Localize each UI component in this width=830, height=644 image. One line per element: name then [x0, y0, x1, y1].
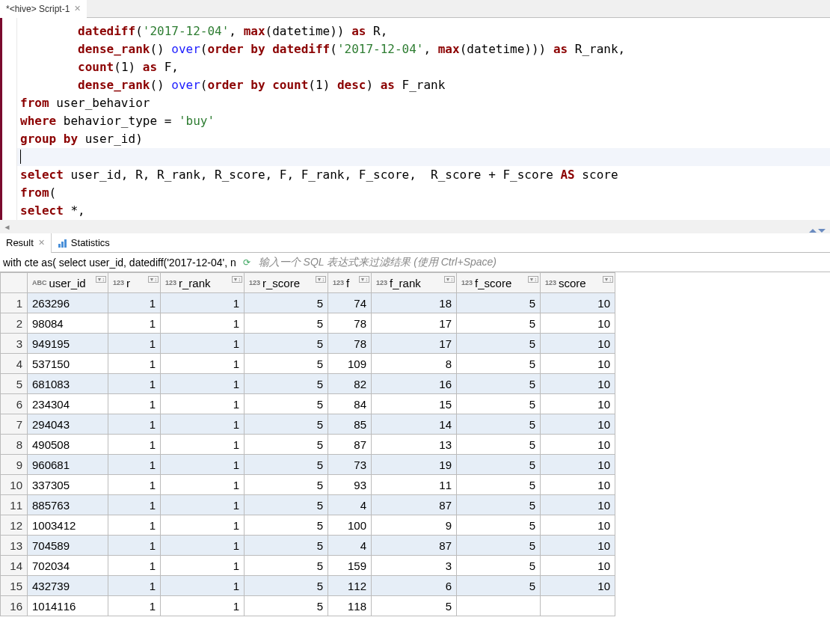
- editor-line[interactable]: select *,: [17, 202, 830, 220]
- table-row[interactable]: 2980841157817510: [1, 313, 615, 334]
- close-icon[interactable]: ✕: [38, 238, 45, 248]
- table-row[interactable]: 11885763115487510: [1, 495, 615, 515]
- column-header-user_id[interactable]: ABCuser_id▼↕: [28, 273, 108, 293]
- cell[interactable]: 159: [328, 556, 372, 576]
- column-header-f_score[interactable]: 123f_score▼↕: [457, 273, 541, 293]
- column-header-r_score[interactable]: 123r_score▼↕: [245, 273, 328, 293]
- cell[interactable]: 5: [245, 354, 328, 374]
- table-row[interactable]: 147020341151593510: [1, 556, 615, 576]
- editor-tab[interactable]: *<hive> Script-1 ✕: [0, 0, 87, 18]
- column-header-r[interactable]: 123r▼↕: [108, 273, 161, 293]
- cell[interactable]: 10: [541, 374, 615, 394]
- cell[interactable]: 10: [541, 354, 615, 374]
- cell[interactable]: 1: [161, 596, 245, 616]
- cell[interactable]: 5: [457, 394, 541, 414]
- column-header-score[interactable]: 123score▼↕: [541, 273, 615, 293]
- cell[interactable]: 11: [372, 475, 457, 495]
- cell[interactable]: [457, 596, 541, 616]
- cell[interactable]: 1: [161, 374, 245, 394]
- cell[interactable]: 87: [372, 536, 457, 556]
- cell[interactable]: 234304: [28, 394, 108, 414]
- cell[interactable]: 5: [457, 576, 541, 596]
- cell[interactable]: 85: [328, 414, 372, 435]
- cell[interactable]: 73: [328, 455, 372, 475]
- cell[interactable]: 490508: [28, 435, 108, 455]
- cell[interactable]: 1: [161, 293, 245, 313]
- cell[interactable]: 1: [161, 435, 245, 455]
- cell[interactable]: 1: [108, 374, 161, 394]
- cell[interactable]: 1: [108, 313, 161, 334]
- cell[interactable]: 1: [108, 455, 161, 475]
- cell[interactable]: 5: [457, 515, 541, 536]
- chevron-down-icon[interactable]: [818, 229, 826, 233]
- cell[interactable]: 5: [457, 293, 541, 313]
- cell[interactable]: 1: [108, 556, 161, 576]
- cell[interactable]: 1: [161, 354, 245, 374]
- cell[interactable]: 5: [457, 334, 541, 354]
- cell[interactable]: 681083: [28, 374, 108, 394]
- cell[interactable]: 1: [161, 495, 245, 515]
- cell[interactable]: 1: [161, 576, 245, 596]
- cell[interactable]: 74: [328, 293, 372, 313]
- cell[interactable]: 10: [541, 455, 615, 475]
- cell[interactable]: 17: [372, 313, 457, 334]
- cell[interactable]: 3: [372, 556, 457, 576]
- cell[interactable]: 5: [245, 334, 328, 354]
- close-icon[interactable]: ✕: [74, 4, 81, 13]
- cell[interactable]: 5: [457, 354, 541, 374]
- filter-input[interactable]: 输入一个 SQL 表达式来过滤结果 (使用 Ctrl+Space): [254, 256, 830, 269]
- editor-line[interactable]: dense_rank() over(order by count(1) desc…: [17, 76, 830, 94]
- cell[interactable]: 13: [372, 435, 457, 455]
- cell[interactable]: 10: [541, 435, 615, 455]
- cell[interactable]: 5: [245, 455, 328, 475]
- cell[interactable]: 93: [328, 475, 372, 495]
- cell[interactable]: 960681: [28, 455, 108, 475]
- cell[interactable]: 5: [245, 374, 328, 394]
- results-grid[interactable]: ABCuser_id▼↕123r▼↕123r_rank▼↕123r_score▼…: [0, 272, 830, 616]
- cell[interactable]: 5: [457, 435, 541, 455]
- cell[interactable]: 537150: [28, 354, 108, 374]
- editor-line[interactable]: datediff('2017-12-04', max(datetime)) as…: [17, 22, 830, 40]
- table-row[interactable]: 84905081158713510: [1, 435, 615, 455]
- cell[interactable]: 6: [372, 576, 457, 596]
- cell[interactable]: 704589: [28, 536, 108, 556]
- column-header-f[interactable]: 123f▼↕: [328, 273, 372, 293]
- cell[interactable]: 1: [108, 394, 161, 414]
- refresh-icon[interactable]: ⟳: [239, 257, 254, 268]
- cell[interactable]: 5: [457, 374, 541, 394]
- scroll-left-icon[interactable]: ◄: [1, 221, 13, 233]
- chevron-up-icon[interactable]: [809, 229, 817, 233]
- cell[interactable]: 118: [328, 596, 372, 616]
- cell[interactable]: 10: [541, 515, 615, 536]
- table-row[interactable]: 99606811157319510: [1, 455, 615, 475]
- cell[interactable]: 1: [161, 475, 245, 495]
- cell[interactable]: 1: [161, 455, 245, 475]
- table-row[interactable]: 56810831158216510: [1, 374, 615, 394]
- cell[interactable]: 10: [541, 414, 615, 435]
- cell[interactable]: 1: [108, 435, 161, 455]
- editor-content[interactable]: datediff('2017-12-04', max(datetime)) as…: [17, 18, 830, 220]
- cell[interactable]: 16: [372, 374, 457, 394]
- cell[interactable]: 5: [457, 313, 541, 334]
- table-row[interactable]: 154327391151126510: [1, 576, 615, 596]
- table-row[interactable]: 103373051159311510: [1, 475, 615, 495]
- cell[interactable]: 1: [108, 414, 161, 435]
- cell[interactable]: 78: [328, 334, 372, 354]
- cell[interactable]: 98084: [28, 313, 108, 334]
- table-row[interactable]: 72940431158514510: [1, 414, 615, 435]
- cell[interactable]: 5: [245, 515, 328, 536]
- tab-statistics[interactable]: Statistics: [52, 233, 116, 253]
- editor-line[interactable]: where behavior_type = 'buy': [17, 112, 830, 130]
- cell[interactable]: 5: [245, 435, 328, 455]
- cell[interactable]: 1: [108, 576, 161, 596]
- tab-result[interactable]: Result ✕: [0, 233, 52, 253]
- cell[interactable]: 8: [372, 354, 457, 374]
- cell[interactable]: 100: [328, 515, 372, 536]
- cell[interactable]: 10: [541, 576, 615, 596]
- editor-line[interactable]: from user_behavior: [17, 94, 830, 112]
- table-row[interactable]: 62343041158415510: [1, 394, 615, 414]
- cell[interactable]: 10: [541, 293, 615, 313]
- table-row[interactable]: 1610141161151185: [1, 596, 615, 616]
- cell[interactable]: 87: [372, 495, 457, 515]
- cell[interactable]: 1014116: [28, 596, 108, 616]
